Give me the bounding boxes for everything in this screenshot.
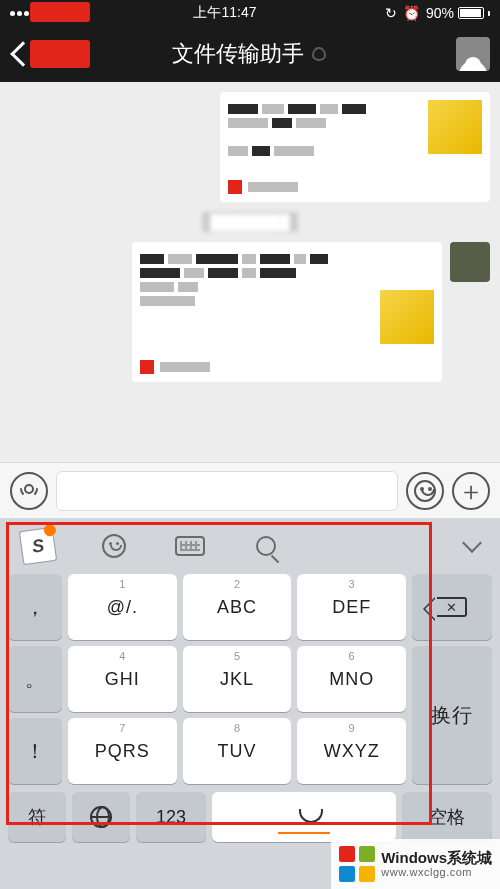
emoji-button[interactable] bbox=[406, 472, 444, 510]
key-label: GHI bbox=[105, 669, 140, 690]
message-timestamp: ████████ bbox=[0, 212, 500, 232]
status-time: 上午11:47 bbox=[193, 4, 256, 22]
backspace-icon: ✕ bbox=[437, 597, 467, 617]
search-icon bbox=[256, 536, 276, 556]
key-label: TUV bbox=[217, 741, 256, 762]
key-label: 空格 bbox=[429, 805, 465, 829]
input-toolbar: ＋ bbox=[0, 462, 500, 518]
link-thumbnail bbox=[428, 100, 482, 154]
chat-scroll-area[interactable]: ████████ bbox=[0, 82, 500, 462]
more-button[interactable]: ＋ bbox=[452, 472, 490, 510]
battery-indicator: 90% bbox=[426, 5, 490, 21]
key-number: 4 bbox=[119, 650, 125, 662]
key-space-voice[interactable] bbox=[212, 792, 396, 842]
key-numeric-mode[interactable]: 123 bbox=[136, 792, 206, 842]
key-number: 9 bbox=[349, 722, 355, 734]
ime-logo-button[interactable]: S bbox=[12, 526, 64, 566]
key-number: 6 bbox=[349, 650, 355, 662]
message-row bbox=[10, 242, 490, 382]
keyboard-emoji-button[interactable] bbox=[88, 526, 140, 566]
key-comma[interactable]: ， bbox=[8, 574, 62, 640]
key-1[interactable]: 1@/. bbox=[68, 574, 177, 640]
redaction-block bbox=[30, 2, 90, 22]
key-label: JKL bbox=[220, 669, 254, 690]
orientation-lock-icon: ↻ bbox=[385, 5, 397, 21]
key-label: PQRS bbox=[95, 741, 150, 762]
key-2[interactable]: 2ABC bbox=[183, 574, 292, 640]
key-label: ！ bbox=[25, 738, 46, 765]
key-number: 5 bbox=[234, 650, 240, 662]
key-number: 1 bbox=[119, 578, 125, 590]
key-4[interactable]: 4GHI bbox=[68, 646, 177, 712]
key-7[interactable]: 7PQRS bbox=[68, 718, 177, 784]
key-label: 符 bbox=[28, 805, 46, 829]
keyboard-search-button[interactable] bbox=[240, 526, 292, 566]
status-bar: 上午11:47 ↻ ⏰ 90% bbox=[0, 0, 500, 26]
chevron-down-icon bbox=[462, 533, 482, 553]
key-symbol-mode[interactable]: 符 bbox=[8, 792, 66, 842]
key-6[interactable]: 6MNO bbox=[297, 646, 406, 712]
watermark: Windows系统城 www.wxclgg.com bbox=[331, 839, 500, 889]
key-label: ABC bbox=[217, 597, 257, 618]
key-label: 。 bbox=[25, 666, 46, 693]
plus-icon: ＋ bbox=[458, 478, 484, 504]
key-number: 2 bbox=[234, 578, 240, 590]
key-backspace[interactable]: ✕ bbox=[412, 574, 492, 640]
keyboard-toolbar: S bbox=[0, 522, 500, 570]
sogou-icon: S bbox=[19, 527, 57, 565]
voice-underline bbox=[278, 832, 330, 834]
message-bubble[interactable] bbox=[220, 92, 490, 202]
smile-icon bbox=[102, 534, 126, 558]
sender-avatar[interactable] bbox=[450, 242, 490, 282]
key-9[interactable]: 9WXYZ bbox=[297, 718, 406, 784]
key-label: DEF bbox=[332, 597, 371, 618]
keyboard: S ， 1@/. 2ABC 3DEF ✕ 。 4GHI bbox=[0, 518, 500, 889]
link-thumbnail bbox=[380, 290, 434, 344]
contact-avatar-button[interactable] bbox=[456, 37, 490, 71]
keyboard-layout-button[interactable] bbox=[164, 526, 216, 566]
voice-icon bbox=[17, 477, 41, 505]
key-label: ， bbox=[25, 594, 46, 621]
collapse-keyboard-button[interactable] bbox=[452, 531, 492, 561]
svg-point-0 bbox=[25, 485, 33, 493]
message-input[interactable] bbox=[56, 471, 398, 511]
key-label: MNO bbox=[329, 669, 374, 690]
watermark-url: www.wxclgg.com bbox=[381, 866, 492, 878]
key-5[interactable]: 5JKL bbox=[183, 646, 292, 712]
key-number: 3 bbox=[349, 578, 355, 590]
favicon-mark bbox=[228, 180, 242, 194]
navigation-bar: 文件传输助手 bbox=[0, 26, 500, 82]
key-8[interactable]: 8TUV bbox=[183, 718, 292, 784]
key-period[interactable]: 。 bbox=[8, 646, 62, 712]
message-bubble[interactable] bbox=[132, 242, 442, 382]
globe-icon bbox=[90, 806, 112, 828]
voice-input-button[interactable] bbox=[10, 472, 48, 510]
smile-icon bbox=[414, 480, 436, 502]
message-row bbox=[10, 92, 490, 202]
battery-pct: 90% bbox=[426, 5, 454, 21]
key-exclaim[interactable]: ！ bbox=[8, 718, 62, 784]
key-label: WXYZ bbox=[324, 741, 380, 762]
key-space[interactable]: 空格 bbox=[402, 792, 492, 842]
key-newline[interactable]: 换行 bbox=[412, 646, 492, 784]
key-label: 123 bbox=[156, 807, 186, 828]
earpiece-icon bbox=[312, 47, 326, 61]
key-number: 8 bbox=[234, 722, 240, 734]
redaction-block bbox=[30, 40, 90, 68]
watermark-title: Windows系统城 bbox=[381, 850, 492, 867]
key-3[interactable]: 3DEF bbox=[297, 574, 406, 640]
key-label: 换行 bbox=[431, 702, 473, 729]
favicon-mark bbox=[140, 360, 154, 374]
key-number: 7 bbox=[119, 722, 125, 734]
chat-title: 文件传输助手 bbox=[172, 39, 326, 69]
keyboard-icon bbox=[175, 536, 205, 556]
key-label: @/. bbox=[107, 597, 138, 618]
alarm-icon: ⏰ bbox=[403, 5, 420, 21]
chat-title-text: 文件传输助手 bbox=[172, 39, 304, 69]
key-globe[interactable] bbox=[72, 792, 130, 842]
windows-logo-icon bbox=[339, 846, 375, 882]
